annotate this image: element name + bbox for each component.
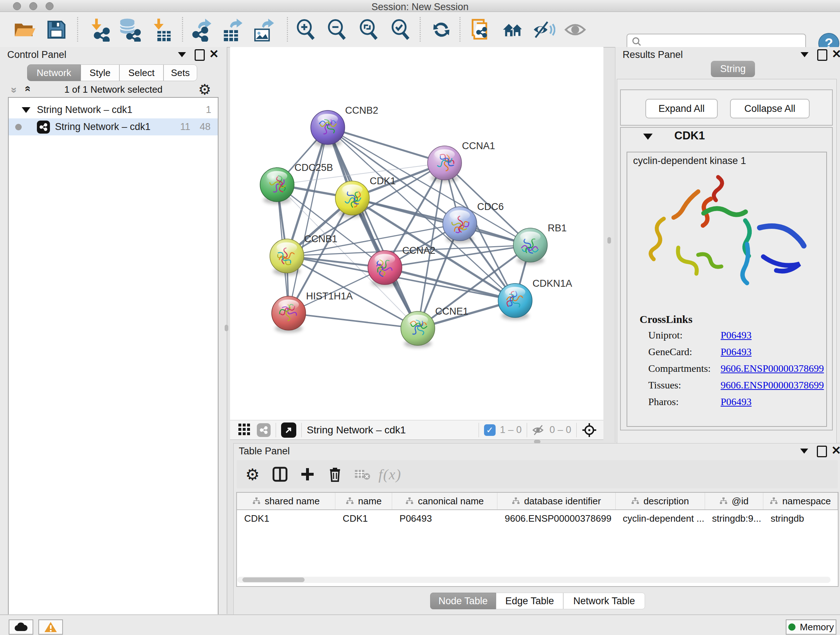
export-network-button[interactable]: [187, 16, 215, 43]
string-style-icon[interactable]: [257, 423, 271, 437]
network-node-CDC25B[interactable]: CDC25B: [260, 162, 333, 204]
cell-name[interactable]: CDK1: [335, 510, 392, 527]
open-in-browser-icon[interactable]: [281, 423, 296, 438]
table-panel-float-icon[interactable]: [817, 446, 827, 457]
hidden-eye-slash-icon[interactable]: [532, 424, 546, 436]
collection-expander-icon[interactable]: [22, 107, 30, 113]
import-network-from-database-button[interactable]: [116, 16, 143, 43]
warning-icon: [44, 621, 57, 633]
control-panel-float-icon[interactable]: [195, 49, 205, 61]
network-row-selected[interactable]: String Network – cdk1 11 48: [9, 119, 218, 135]
column-header-canonical-name[interactable]: canonical name: [392, 493, 497, 509]
cell-canonical-name[interactable]: P06493: [392, 510, 497, 527]
refresh-view-button[interactable]: [428, 16, 455, 43]
add-column-icon[interactable]: [296, 463, 319, 485]
column-header-shared-name[interactable]: shared name: [237, 493, 335, 509]
warnings-button[interactable]: [38, 619, 63, 635]
function-builder-icon[interactable]: f(x): [378, 463, 401, 485]
column-header-description[interactable]: description: [616, 493, 705, 509]
cloud-status-button[interactable]: [9, 619, 33, 635]
network-edge-CCNB2-CCNA1[interactable]: [328, 127, 445, 163]
network-graph[interactable]: CCNB2CCNA1CDC25BCDK1CDC6RB1CCNB1CCNA2CDK…: [230, 47, 603, 420]
table-horizontal-scrollbar[interactable]: [237, 577, 831, 583]
column-header-name[interactable]: name: [335, 493, 392, 509]
network-edge-HIST1H1A-CCNE1[interactable]: [289, 313, 418, 328]
crosslink-link[interactable]: P06493: [721, 396, 752, 408]
first-neighbors-button[interactable]: [499, 16, 527, 43]
export-table-button[interactable]: [218, 16, 246, 43]
export-image-button[interactable]: [249, 16, 277, 43]
crosslink-link[interactable]: P06493: [721, 329, 752, 341]
collection-count: 1: [206, 104, 211, 116]
table-panel-menu-icon[interactable]: [800, 448, 808, 454]
tab-network-table[interactable]: Network Table: [563, 593, 645, 609]
results-panel-close-icon[interactable]: ✕: [832, 49, 840, 59]
tab-sets[interactable]: Sets: [164, 65, 197, 81]
show-columns-icon[interactable]: [268, 463, 292, 485]
network-node-HIST1H1A[interactable]: HIST1H1A: [272, 291, 353, 333]
cell-namespace[interactable]: stringdb: [763, 510, 838, 527]
grid-view-icon[interactable]: [238, 423, 250, 437]
crosslink-link[interactable]: 9606.ENSP00000378699: [721, 363, 824, 374]
expand-all-button[interactable]: Expand All: [645, 99, 718, 119]
delete-table-icon[interactable]: [351, 463, 374, 485]
network-options-gear-icon[interactable]: ⚙: [198, 81, 211, 98]
cell-shared-name[interactable]: CDK1: [237, 510, 335, 527]
delete-column-trash-icon[interactable]: [324, 463, 347, 485]
save-session-button[interactable]: [43, 16, 70, 43]
tab-node-table[interactable]: Node Table: [430, 593, 496, 609]
zoom-out-button[interactable]: [324, 16, 351, 43]
control-panel-close-icon[interactable]: ✕: [209, 49, 219, 59]
column-header-namespace[interactable]: namespace: [763, 493, 838, 509]
crosslink-link[interactable]: P06493: [721, 346, 752, 358]
results-panel-menu-icon[interactable]: [801, 52, 808, 57]
collapse-all-button[interactable]: Collapse All: [730, 99, 810, 119]
network-node-RB1[interactable]: RB1: [513, 223, 567, 264]
network-node-CDC6[interactable]: CDC6: [443, 201, 504, 243]
cell-description[interactable]: cyclin-dependent ...: [615, 510, 705, 527]
search-input[interactable]: [642, 36, 805, 48]
crosslink-link[interactable]: 9606.ENSP00000378699: [721, 379, 824, 391]
table-row[interactable]: CDK1CDK1P064939606.ENSP00000378699cyclin…: [237, 510, 838, 527]
open-session-button[interactable]: [11, 16, 38, 43]
show-all-button[interactable]: [561, 16, 589, 43]
tab-string[interactable]: String: [711, 61, 755, 77]
column-header-database-identifier[interactable]: database identifier: [497, 493, 615, 509]
column-header--id[interactable]: @id: [705, 493, 764, 509]
zoom-selected-button[interactable]: [387, 16, 415, 43]
gene-expander-icon[interactable]: [643, 134, 653, 140]
import-network-database-icon: [118, 18, 141, 42]
import-table-from-file-button[interactable]: [148, 16, 175, 43]
selected-checkbox-icon[interactable]: ✓: [484, 424, 496, 436]
control-panel-menu-icon[interactable]: [178, 52, 186, 57]
tab-select[interactable]: Select: [119, 65, 164, 81]
fit-content-button[interactable]: [355, 16, 383, 43]
import-network-from-file-button[interactable]: [85, 16, 113, 43]
network-node-CDKN1A[interactable]: CDKN1A: [498, 278, 572, 320]
tab-edge-table[interactable]: Edge Table: [496, 593, 563, 609]
collection-label: String Network – cdk1: [37, 104, 133, 116]
memory-button[interactable]: Memory: [786, 619, 836, 635]
tab-network[interactable]: Network: [27, 65, 81, 81]
table-settings-gear-icon[interactable]: ⚙: [241, 463, 264, 485]
network-view[interactable]: CCNB2CCNA1CDC25BCDK1CDC6RB1CCNB1CCNA2CDK…: [230, 47, 603, 420]
birds-eye-crosshair-icon[interactable]: [582, 423, 597, 438]
clone-network-button[interactable]: [467, 16, 495, 43]
table-panel-close-icon[interactable]: ✕: [831, 446, 840, 455]
cell--id[interactable]: stringdb:9...: [705, 510, 763, 527]
splitter-handle[interactable]: [607, 237, 611, 244]
results-panel-float-icon[interactable]: [817, 49, 827, 61]
results-scroll-area[interactable]: CDK1 cyclin-dependent kinase 1: [620, 127, 833, 431]
crosslink-row: Tissues: 9606.ENSP00000378699: [627, 377, 826, 394]
network-collection-row[interactable]: String Network – cdk1 1: [9, 101, 218, 119]
network-edge-CCNB2-HIST1H1A[interactable]: [289, 127, 328, 313]
tab-style[interactable]: Style: [81, 65, 119, 81]
scrollbar-thumb[interactable]: [242, 578, 305, 582]
cell-database-identifier[interactable]: 9606.ENSP00000378699: [497, 510, 615, 527]
node-table[interactable]: shared namenamecanonical namedatabase id…: [236, 492, 838, 587]
hide-selected-button[interactable]: [531, 16, 558, 43]
zoom-in-button[interactable]: [292, 16, 320, 43]
protein-structure-image: [644, 170, 807, 304]
network-node-CCNA1[interactable]: CCNA1: [428, 141, 495, 182]
splitter-handle[interactable]: [225, 325, 228, 331]
